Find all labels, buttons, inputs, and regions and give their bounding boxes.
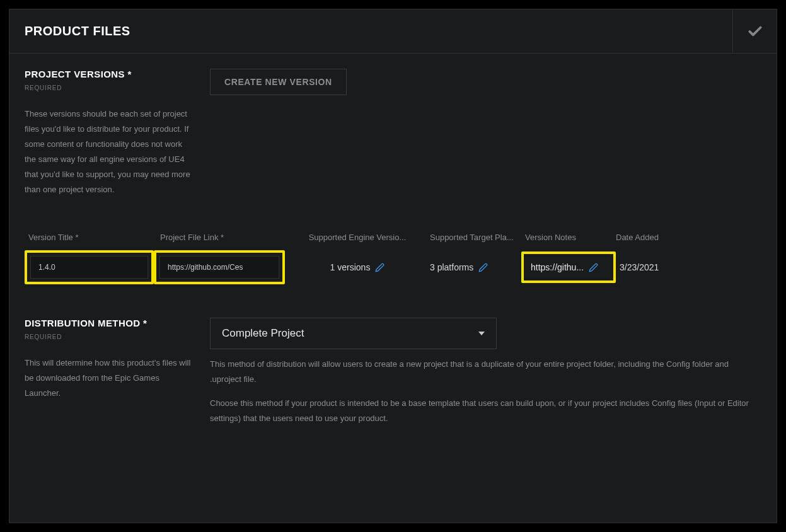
project-versions-info: PROJECT VERSIONS * REQUIRED These versio… [25,69,195,197]
distribution-method-select[interactable]: Complete Project [210,318,497,349]
required-tag: REQUIRED [25,84,195,91]
required-tag: REQUIRED [25,333,195,340]
distribution-desc-1: This method of distribution will allow u… [210,357,761,387]
distribution-select-value: Complete Project [222,327,304,340]
version-title-cell [25,250,154,284]
validation-check[interactable] [732,9,777,53]
pencil-icon [375,263,384,272]
project-versions-actions: CREATE NEW VERSION [210,69,347,197]
col-header-file-link: Project File Link * [154,233,285,242]
pencil-icon [478,263,488,272]
check-icon [747,23,763,40]
highlight-box: https://githu... [521,252,616,283]
col-header-engine: Supported Engine Versio... [285,233,430,242]
distribution-desc-2: Choose this method if your product is in… [210,396,761,426]
highlight-box [154,250,285,284]
col-header-notes: Version Notes [521,233,616,242]
engine-versions-cell[interactable]: 1 versions [285,262,430,272]
date-added-cell: 3/23/2021 [616,262,691,272]
product-files-panel: PRODUCT FILES PROJECT VERSIONS * REQUIRE… [9,9,777,523]
target-platforms-cell[interactable]: 3 platforms [430,262,521,272]
project-versions-description: These versions should be each set of pro… [25,107,195,197]
file-link-input[interactable] [159,256,279,279]
pencil-icon [589,263,598,272]
project-versions-section: PROJECT VERSIONS * REQUIRED These versio… [25,69,761,197]
chevron-down-icon [478,332,485,335]
distribution-heading: DISTRIBUTION METHOD * [25,318,195,328]
version-title-input[interactable] [30,256,148,279]
version-row: 1 versions 3 platforms https://githu... … [25,247,761,287]
distribution-info: DISTRIBUTION METHOD * REQUIRED This will… [25,318,195,435]
distribution-right: Complete Project This method of distribu… [210,318,761,435]
col-header-date: Date Added [616,233,691,242]
version-notes-cell-wrap: https://githu... [521,252,616,283]
create-new-version-button[interactable]: CREATE NEW VERSION [210,69,347,95]
distribution-section: DISTRIBUTION METHOD * REQUIRED This will… [25,318,761,435]
target-platforms-text: 3 platforms [430,262,473,272]
versions-table-header: Version Title * Project File Link * Supp… [25,228,761,247]
col-header-target: Supported Target Pla... [430,233,521,242]
distribution-description: This method of distribution will allow u… [210,357,761,426]
distribution-left-desc: This will determine how this product's f… [25,356,195,401]
panel-content: PROJECT VERSIONS * REQUIRED These versio… [9,54,777,450]
panel-header: PRODUCT FILES [9,9,777,54]
project-versions-heading: PROJECT VERSIONS * [25,69,195,79]
engine-versions-text: 1 versions [330,262,371,272]
file-link-cell [154,250,285,284]
highlight-box [25,250,154,284]
version-notes-cell[interactable]: https://githu... [527,257,610,277]
version-notes-text: https://githu... [531,262,584,272]
panel-title: PRODUCT FILES [25,24,130,38]
col-header-version-title: Version Title * [25,233,154,242]
